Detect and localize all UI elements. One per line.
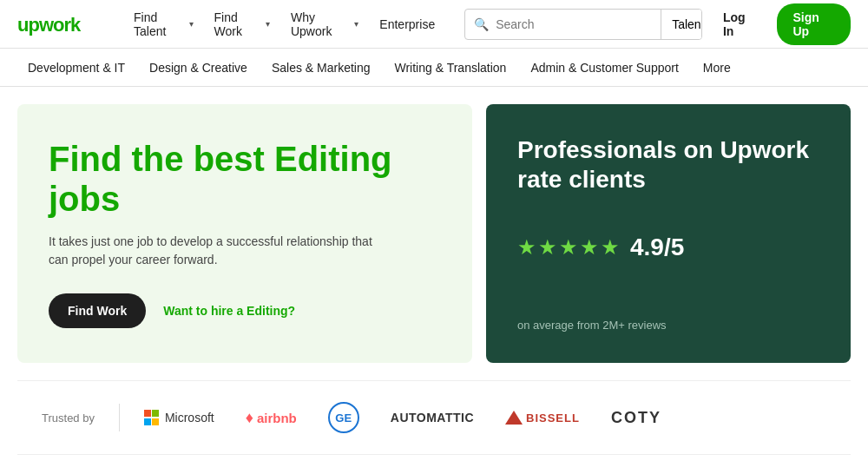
bissell-icon [505, 411, 523, 425]
subnav-admin[interactable]: Admin & Customer Support [520, 54, 688, 82]
want-to-hire-link[interactable]: Want to hire a Editing? [163, 304, 295, 318]
trusted-label: Trusted by [42, 411, 95, 425]
subnav-sales[interactable]: Sales & Marketing [261, 54, 381, 82]
vertical-divider [119, 404, 120, 431]
subnav-more[interactable]: More [693, 54, 741, 82]
microsoft-logo: Microsoft [144, 410, 214, 425]
svg-text:upwork: upwork [17, 14, 82, 36]
header-actions: 🔍 Talent ▾ Log In Sign Up [464, 3, 851, 45]
chevron-down-icon: ▾ [189, 19, 194, 29]
rating-number: 4.9/5 [630, 234, 684, 261]
hero-right-panel: Professionals on Upwork rate clients ★★★… [486, 104, 851, 363]
subnav-writing[interactable]: Writing & Translation [385, 54, 517, 82]
rating-row: ★★★★★ 4.9/5 [517, 234, 819, 261]
coty-logo: COTY [611, 409, 661, 427]
airbnb-logo: ♦ airbnb [246, 409, 297, 427]
chevron-down-icon: ▾ [354, 19, 358, 29]
hero-left-panel: Find the best Editing jobs It takes just… [17, 104, 472, 363]
signup-button[interactable]: Sign Up [777, 3, 851, 45]
bissell-logo: BISSELL [505, 411, 580, 425]
hero-title: Find the best Editing jobs [49, 139, 441, 219]
login-button[interactable]: Log In [713, 5, 767, 43]
talent-dropdown[interactable]: Talent ▾ [661, 10, 702, 39]
search-icon: 🔍 [474, 17, 489, 31]
nav-find-talent[interactable]: Find Talent ▾ [125, 5, 202, 43]
nav-why-upwork[interactable]: Why Upwork ▾ [282, 5, 367, 43]
hero-section: Find the best Editing jobs It takes just… [17, 104, 851, 363]
nav-find-work[interactable]: Find Work ▾ [206, 5, 279, 43]
bottom-section: Check out a sample of the 190,163 Editin… [0, 455, 868, 474]
sub-nav: Development & IT Design & Creative Sales… [0, 49, 868, 87]
upwork-logo[interactable]: upwork [17, 12, 104, 36]
ge-icon: GE [328, 402, 359, 433]
header: upwork Find Talent ▾ Find Work ▾ Why Upw… [0, 0, 868, 49]
microsoft-icon [144, 410, 160, 425]
subnav-dev-it[interactable]: Development & IT [17, 54, 135, 82]
automattic-logo: AUTOMATTIC [391, 411, 474, 425]
find-work-button[interactable]: Find Work [49, 293, 146, 328]
main-nav: Find Talent ▾ Find Work ▾ Why Upwork ▾ E… [125, 5, 444, 43]
chevron-down-icon: ▾ [266, 19, 270, 29]
hero-right-title: Professionals on Upwork rate clients [517, 135, 819, 194]
trusted-section: Trusted by Microsoft ♦ airbnb GE AUTOMAT… [17, 380, 851, 455]
ge-logo: GE [328, 402, 359, 433]
search-input[interactable] [496, 17, 652, 31]
trusted-logos: Microsoft ♦ airbnb GE AUTOMATTIC BISSELL… [144, 402, 661, 433]
hero-description: It takes just one job to develop a succe… [49, 233, 378, 269]
review-note: on average from 2M+ reviews [517, 319, 819, 332]
airbnb-icon: ♦ [246, 409, 253, 427]
star-rating: ★★★★★ [517, 235, 621, 260]
subnav-design[interactable]: Design & Creative [139, 54, 258, 82]
hero-buttons: Find Work Want to hire a Editing? [49, 293, 441, 328]
search-bar: 🔍 Talent ▾ [464, 9, 702, 40]
nav-enterprise[interactable]: Enterprise [371, 12, 444, 36]
